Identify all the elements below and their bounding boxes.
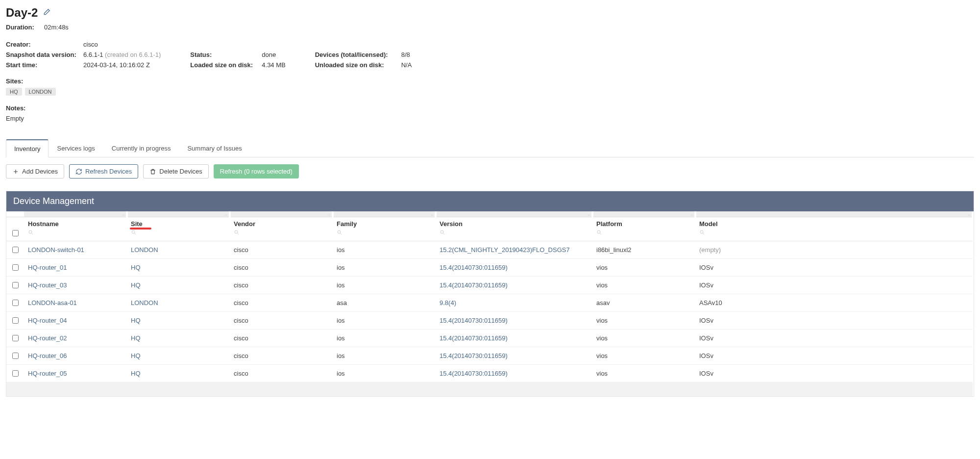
devices-value: 8/8 bbox=[401, 51, 410, 58]
column-resize-handle[interactable]: .. bbox=[436, 211, 592, 217]
column-header-version[interactable]: Version bbox=[436, 217, 592, 229]
hostname-link[interactable]: HQ-router_03 bbox=[28, 281, 67, 289]
site-link[interactable]: LONDON bbox=[131, 246, 158, 254]
notes-label: Notes: bbox=[6, 104, 974, 112]
filter-platform[interactable] bbox=[592, 229, 695, 241]
column-header-vendor[interactable]: Vendor bbox=[230, 217, 333, 229]
site-badge[interactable]: HQ bbox=[6, 88, 22, 96]
platform-cell: vios bbox=[592, 259, 695, 277]
column-header-hostname[interactable]: Hostname bbox=[24, 217, 127, 229]
snapshot-label: Snapshot data version: bbox=[6, 51, 80, 58]
platform-cell: vios bbox=[592, 330, 695, 347]
hostname-link[interactable]: HQ-router_06 bbox=[28, 352, 67, 359]
start-time-value: 2024-03-14, 10:16:02 Z bbox=[83, 61, 150, 69]
row-checkbox[interactable] bbox=[12, 300, 19, 306]
version-link[interactable]: 15.4(20140730:011659) bbox=[440, 264, 508, 271]
site-link[interactable]: HQ bbox=[131, 334, 141, 342]
add-devices-label: Add Devices bbox=[22, 168, 58, 175]
status-value: done bbox=[262, 51, 276, 58]
hostname-link[interactable]: HQ-router_05 bbox=[28, 370, 67, 377]
site-link[interactable]: HQ bbox=[131, 264, 141, 271]
svg-point-4 bbox=[441, 230, 443, 233]
column-resize-handle[interactable]: .. bbox=[333, 211, 436, 217]
family-cell: ios bbox=[333, 312, 436, 330]
site-link[interactable]: HQ bbox=[131, 281, 141, 289]
svg-point-2 bbox=[235, 230, 238, 233]
svg-point-1 bbox=[132, 230, 135, 233]
family-cell: ios bbox=[333, 259, 436, 277]
add-devices-button[interactable]: Add Devices bbox=[6, 164, 64, 178]
filter-site[interactable] bbox=[127, 229, 230, 241]
version-link[interactable]: 15.4(20140730:011659) bbox=[440, 352, 508, 359]
hostname-link[interactable]: HQ-router_04 bbox=[28, 317, 67, 324]
site-link[interactable]: HQ bbox=[131, 317, 141, 324]
version-link[interactable]: 15.4(20140730:011659) bbox=[440, 281, 508, 289]
site-badge[interactable]: LONDON bbox=[25, 88, 56, 96]
row-checkbox[interactable] bbox=[12, 247, 19, 253]
hostname-link[interactable]: LONDON-switch-01 bbox=[28, 246, 84, 254]
row-checkbox[interactable] bbox=[12, 353, 19, 359]
column-resize-handle[interactable]: .. bbox=[24, 211, 127, 217]
tab-summary-of-issues[interactable]: Summary of Issues bbox=[179, 139, 250, 157]
hostname-link[interactable]: HQ-router_01 bbox=[28, 264, 67, 271]
row-checkbox[interactable] bbox=[12, 370, 19, 377]
platform-cell: vios bbox=[592, 365, 695, 382]
filter-family[interactable] bbox=[333, 229, 436, 241]
snapshot-value: 6.6.1-1 bbox=[83, 51, 103, 58]
status-label: Status: bbox=[190, 51, 259, 58]
filter-hostname[interactable] bbox=[24, 229, 127, 241]
model-cell: IOSv bbox=[695, 330, 973, 347]
creator-value: cisco bbox=[83, 41, 98, 48]
table-row: HQ-router_04HQciscoios15.4(20140730:0116… bbox=[6, 312, 973, 330]
model-cell: IOSv bbox=[695, 277, 973, 294]
version-link[interactable]: 15.2(CML_NIGHTLY_20190423)FLO_DSGS7 bbox=[440, 246, 570, 254]
column-header-site[interactable]: Site bbox=[127, 217, 230, 229]
row-checkbox[interactable] bbox=[12, 335, 19, 341]
vendor-cell: cisco bbox=[230, 241, 333, 259]
delete-devices-button[interactable]: Delete Devices bbox=[143, 164, 208, 178]
vendor-cell: cisco bbox=[230, 330, 333, 347]
hostname-link[interactable]: HQ-router_02 bbox=[28, 334, 67, 342]
vendor-cell: cisco bbox=[230, 365, 333, 382]
tab-inventory[interactable]: Inventory bbox=[6, 139, 49, 157]
creator-label: Creator: bbox=[6, 41, 80, 48]
tab-currently-in-progress[interactable]: Currently in progress bbox=[103, 139, 179, 157]
refresh-devices-label: Refresh Devices bbox=[85, 168, 132, 175]
column-resize-handle[interactable]: .. bbox=[695, 211, 973, 217]
filter-vendor[interactable] bbox=[230, 229, 333, 241]
family-cell: ios bbox=[333, 365, 436, 382]
notes-value: Empty bbox=[6, 115, 974, 122]
column-resize-handle[interactable]: .. bbox=[127, 211, 230, 217]
family-cell: ios bbox=[333, 277, 436, 294]
vendor-cell: cisco bbox=[230, 259, 333, 277]
version-link[interactable]: 15.4(20140730:011659) bbox=[440, 317, 508, 324]
column-header-platform[interactable]: Platform bbox=[592, 217, 695, 229]
row-checkbox[interactable] bbox=[12, 264, 19, 271]
tab-services-logs[interactable]: Services logs bbox=[49, 139, 103, 157]
version-link[interactable]: 15.4(20140730:011659) bbox=[440, 370, 508, 377]
column-header-family[interactable]: Family bbox=[333, 217, 436, 229]
vendor-cell: cisco bbox=[230, 347, 333, 365]
row-checkbox[interactable] bbox=[12, 282, 19, 288]
column-header-model[interactable]: Model bbox=[695, 217, 973, 229]
family-cell: ios bbox=[333, 347, 436, 365]
version-link[interactable]: 15.4(20140730:011659) bbox=[440, 334, 508, 342]
site-link[interactable]: HQ bbox=[131, 352, 141, 359]
select-all-checkbox[interactable] bbox=[12, 230, 19, 236]
version-link[interactable]: 9.8(4) bbox=[440, 299, 456, 306]
row-checkbox[interactable] bbox=[12, 317, 19, 324]
refresh-selected-button[interactable]: Refresh (0 rows selected) bbox=[214, 164, 299, 178]
filter-version[interactable] bbox=[436, 229, 592, 241]
platform-cell: i86bi_linuxl2 bbox=[592, 241, 695, 259]
hostname-link[interactable]: LONDON-asa-01 bbox=[28, 299, 77, 306]
sites-label: Sites: bbox=[6, 77, 974, 85]
svg-point-0 bbox=[29, 230, 32, 233]
filter-model[interactable] bbox=[695, 229, 973, 241]
site-link[interactable]: LONDON bbox=[131, 299, 158, 306]
column-resize-handle[interactable]: .. bbox=[230, 211, 333, 217]
site-link[interactable]: HQ bbox=[131, 370, 141, 377]
start-time-label: Start time: bbox=[6, 61, 80, 69]
edit-icon[interactable] bbox=[43, 8, 50, 18]
column-resize-handle[interactable]: .. bbox=[592, 211, 695, 217]
refresh-devices-button[interactable]: Refresh Devices bbox=[69, 164, 138, 178]
